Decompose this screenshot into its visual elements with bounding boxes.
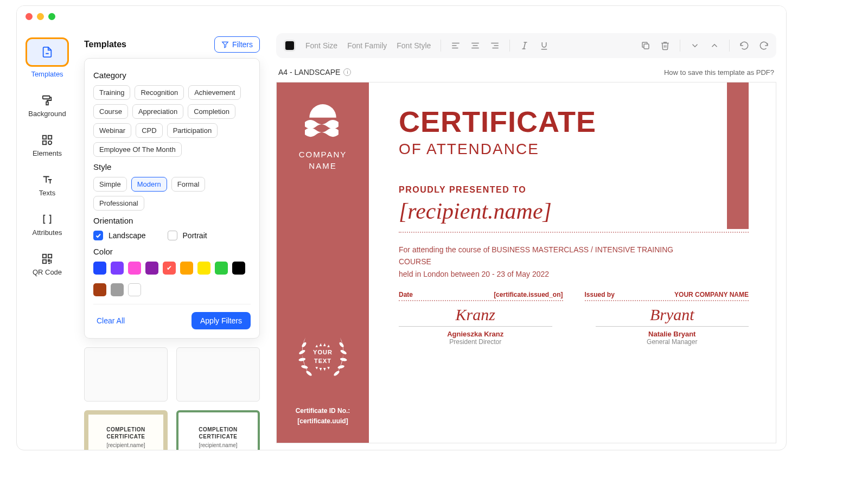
template-card-sub: [recipient.name]	[106, 442, 145, 448]
svg-rect-7	[43, 254, 46, 258]
rail-item-attributes[interactable]: Attributes	[33, 213, 62, 237]
category-chip[interactable]: Appreciation	[132, 104, 183, 119]
category-chip[interactable]: CPD	[136, 123, 162, 138]
template-card-title: COMPLETION CERTIFICATE	[93, 426, 159, 440]
svg-point-32	[340, 357, 347, 361]
color-swatch[interactable]	[111, 283, 124, 296]
grid-icon	[41, 134, 53, 146]
font-style-control[interactable]: Font Style	[397, 41, 431, 50]
svg-point-6	[48, 141, 52, 144]
signature-a: Kranz Agnieszka Kranz President Director	[399, 306, 552, 346]
template-card[interactable]	[176, 347, 260, 402]
text-icon	[41, 174, 53, 186]
category-chip[interactable]: Completion	[188, 104, 235, 119]
category-chip[interactable]: Achievement	[188, 85, 241, 100]
category-chip[interactable]: Employee Of The Month	[93, 142, 182, 157]
font-size-control[interactable]: Font Size	[305, 41, 337, 50]
template-results: COMPLETION CERTIFICATE[recipient.name] C…	[84, 347, 260, 450]
color-swatch[interactable]	[93, 262, 106, 275]
rail-item-qrcode[interactable]: QR Code	[33, 253, 62, 276]
align-left-icon[interactable]	[451, 41, 461, 50]
certificate-main: CERTIFICATE OF ATTENDANCE PROUDLY PRESEN…	[369, 82, 776, 443]
certificate-description: For attending the course of BUSINESS MAS…	[399, 244, 692, 280]
category-chip[interactable]: Recognition	[135, 85, 184, 100]
template-card[interactable]	[84, 347, 168, 402]
svg-marker-42	[327, 367, 330, 370]
svg-marker-10	[222, 42, 228, 48]
help-link[interactable]: How to save this template as PDF?	[664, 68, 774, 77]
font-family-control[interactable]: Font Family	[347, 41, 387, 50]
align-center-icon[interactable]	[470, 41, 480, 50]
color-swatch[interactable]	[232, 262, 245, 275]
svg-rect-9	[43, 260, 46, 263]
info-icon[interactable]: i	[343, 68, 351, 76]
canvas-format: A4 - LANDSCAPE i	[278, 68, 351, 77]
rail-item-texts[interactable]: Texts	[39, 174, 55, 197]
style-chip[interactable]: Professional	[93, 196, 144, 211]
landscape-checkbox[interactable]: Landscape	[93, 231, 146, 240]
color-label: Color	[93, 247, 251, 256]
copy-icon[interactable]	[641, 41, 650, 50]
rail-label: Templates	[31, 70, 63, 78]
qr-icon	[41, 253, 53, 265]
minimize-icon[interactable]	[37, 13, 44, 20]
redo-icon[interactable]	[759, 41, 769, 50]
canvas-format-label: A4 - LANDSCAPE	[278, 68, 340, 77]
template-card-sub: [recipient.name]	[199, 442, 237, 448]
color-swatch[interactable]	[163, 262, 176, 275]
style-chip[interactable]: Formal	[171, 177, 205, 192]
color-swatch[interactable]	[128, 262, 141, 275]
chevron-up-icon[interactable]	[710, 41, 719, 50]
color-swatch[interactable]	[197, 262, 210, 275]
svg-rect-24	[644, 44, 649, 49]
company-logo-icon	[299, 104, 346, 140]
apply-filters-button[interactable]: Apply Filters	[192, 312, 251, 329]
date-field: Date[certificate.issued_on]	[399, 291, 563, 301]
close-icon[interactable]	[25, 13, 33, 20]
divider	[399, 232, 749, 233]
category-chip[interactable]: Webinar	[93, 123, 131, 138]
style-chip[interactable]: Modern	[131, 177, 167, 192]
svg-marker-39	[315, 367, 318, 370]
portrait-checkbox[interactable]: Portrait	[168, 231, 207, 240]
laurel-badge: YOUR TEXT	[293, 330, 353, 384]
issued-by-field: Issued byYOUR COMPANY NAME	[585, 291, 749, 301]
rail-item-background[interactable]: Background	[28, 94, 66, 118]
color-swatch[interactable]	[93, 283, 106, 296]
template-card[interactable]: COMPLETION CERTIFICATE[recipient.name]	[84, 410, 168, 450]
file-icon	[41, 46, 53, 58]
category-chip[interactable]: Training	[93, 85, 130, 100]
category-chip[interactable]: Course	[93, 104, 128, 119]
color-swatch[interactable]	[215, 262, 228, 275]
svg-line-22	[524, 42, 526, 49]
category-chip[interactable]: Participation	[167, 123, 218, 138]
color-swatch[interactable]	[128, 283, 141, 296]
color-picker[interactable]	[284, 40, 296, 52]
align-right-icon[interactable]	[490, 41, 500, 50]
filters-button[interactable]: Filters	[214, 36, 260, 53]
template-card[interactable]: COMPLETION CERTIFICATE[recipient.name]	[176, 410, 260, 450]
svg-point-34	[333, 370, 340, 376]
undo-icon[interactable]	[739, 41, 749, 50]
certificate-sidebar: COMPANY NAME	[277, 82, 369, 443]
certificate-id: Certificate ID No.: [certificate.uuid]	[296, 406, 350, 427]
style-chip[interactable]: Simple	[93, 177, 127, 192]
roller-icon	[41, 94, 53, 106]
certificate-canvas[interactable]: COMPANY NAME	[276, 82, 776, 443]
certificate-subtitle: OF ATTENDANCE	[399, 141, 749, 158]
color-swatch[interactable]	[145, 262, 158, 275]
underline-icon[interactable]	[539, 41, 549, 50]
svg-rect-2	[46, 102, 48, 105]
rail-item-elements[interactable]: Elements	[33, 134, 62, 157]
chevron-down-icon[interactable]	[690, 41, 700, 50]
maximize-icon[interactable]	[48, 13, 55, 20]
trash-icon[interactable]	[660, 41, 670, 50]
color-swatch[interactable]	[111, 262, 124, 275]
rail-item-templates[interactable]: Templates	[25, 37, 69, 78]
italic-icon[interactable]	[520, 41, 529, 50]
color-swatch[interactable]	[180, 262, 193, 275]
brackets-icon	[41, 213, 53, 225]
clear-all-button[interactable]: Clear All	[93, 316, 128, 326]
recipient-name: [recipient.name]	[399, 198, 749, 224]
filter-icon	[221, 41, 229, 48]
